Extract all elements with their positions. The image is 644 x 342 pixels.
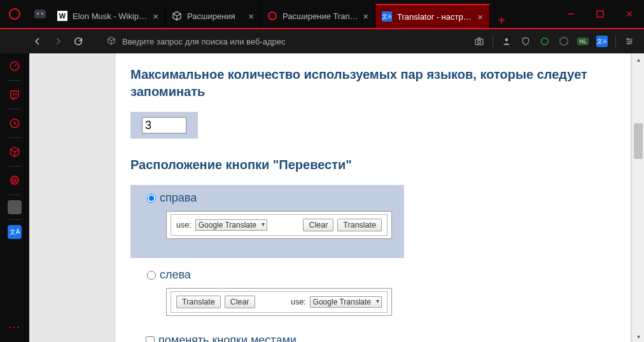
heading-max-pairs: Максимальное количество используемых пар…: [130, 66, 615, 100]
forward-button[interactable]: [50, 33, 66, 50]
close-icon[interactable]: ×: [363, 11, 368, 22]
translate-button[interactable]: Translate: [176, 296, 221, 308]
tab-label: Translator - настройки: [397, 12, 473, 22]
svg-rect-1: [597, 11, 603, 17]
settings-content: Максимальное количество используемых пар…: [115, 53, 631, 342]
window-controls: ×: [556, 0, 644, 28]
use-label: use:: [291, 298, 306, 306]
preview-left: Translate Clear use: Google Translate: [166, 288, 392, 316]
opera-favicon: [267, 11, 277, 21]
svg-point-5: [542, 38, 549, 45]
close-icon[interactable]: ×: [153, 11, 158, 22]
twitch-icon[interactable]: [6, 86, 24, 104]
tab-extensions[interactable]: Расширения ×: [165, 4, 261, 28]
opera-menu-button[interactable]: [0, 0, 29, 28]
translator-favicon: 文A: [382, 11, 392, 22]
swap-buttons-checkbox[interactable]: поменять кнопки местами: [130, 334, 615, 342]
tab-translator-settings[interactable]: 文A Translator - настройки ×: [375, 4, 490, 28]
max-pairs-input[interactable]: [142, 117, 186, 133]
nl-badge[interactable]: NL: [577, 38, 589, 45]
window-titlebar: W Elon Musk - Wikipedia × Расширения × Р…: [0, 0, 644, 28]
clear-button[interactable]: Clear: [303, 219, 333, 231]
close-icon[interactable]: ×: [477, 11, 483, 22]
use-label: use:: [176, 221, 192, 229]
tab-label: Расширения: [187, 11, 244, 21]
tab-label: Расширение Translator: [283, 11, 359, 21]
svg-point-10: [630, 41, 631, 42]
translator-select[interactable]: Google Translate: [310, 296, 382, 308]
sidebar-rail: 文A ⋯: [0, 53, 29, 342]
more-icon[interactable]: ⋯: [8, 319, 22, 342]
maximize-button[interactable]: [585, 0, 615, 28]
close-window-button[interactable]: ×: [615, 0, 644, 28]
wikipedia-favicon: W: [57, 11, 67, 21]
preview-right: use: Google Translate Clear Translate: [166, 211, 392, 239]
back-button[interactable]: [29, 33, 46, 50]
camera-icon[interactable]: [473, 36, 485, 47]
tab-extension-translator[interactable]: Расширение Translator ×: [261, 4, 375, 28]
close-icon[interactable]: ×: [248, 11, 254, 22]
vertical-scrollbar[interactable]: ▴ ▾: [633, 53, 644, 342]
heading-button-position: Расположение кнопки "Перевести": [130, 156, 615, 174]
svg-point-3: [478, 40, 481, 43]
toolbar-right: NL 文A: [473, 36, 639, 47]
cube-icon: [107, 36, 116, 47]
reload-button[interactable]: [70, 33, 87, 50]
radio-right[interactable]: справа: [147, 191, 395, 205]
discord-icon[interactable]: [29, 0, 51, 28]
shield-icon[interactable]: [520, 36, 531, 47]
svg-point-17: [13, 179, 17, 182]
svg-point-11: [628, 43, 629, 44]
radio-left-label: слева: [160, 268, 191, 282]
radio-right-input[interactable]: [147, 194, 156, 203]
svg-point-9: [627, 38, 629, 39]
new-tab-button[interactable]: +: [490, 13, 513, 28]
translate-button[interactable]: Translate: [337, 219, 382, 231]
radio-right-label: справа: [160, 191, 197, 205]
speed-dial-icon[interactable]: [6, 57, 24, 75]
pinned-thumbnail[interactable]: [8, 200, 22, 214]
scroll-down-icon[interactable]: ▾: [634, 332, 643, 341]
address-placeholder: Введите запрос для поиска или веб-адрес: [122, 37, 285, 46]
tab-strip: W Elon Musk - Wikipedia × Расширения × Р…: [51, 0, 556, 28]
page-viewport: Максимальное количество используемых пар…: [29, 53, 644, 342]
address-bar[interactable]: Введите запрос для поиска или веб-адрес: [103, 36, 470, 47]
svg-line-13: [15, 64, 17, 66]
person-icon[interactable]: [501, 36, 512, 47]
easy-setup-icon[interactable]: [624, 36, 635, 47]
swap-buttons-input[interactable]: [146, 336, 155, 343]
radio-left[interactable]: слева: [147, 268, 395, 282]
translator-sidebar-icon[interactable]: 文A: [8, 225, 22, 239]
scroll-up-icon[interactable]: ▴: [634, 55, 643, 64]
max-pairs-field-wrap: [130, 112, 198, 139]
cube-icon: [172, 11, 182, 21]
translator-ext-icon[interactable]: 文A: [596, 36, 608, 47]
option-right-block: справа use: Google Translate Clear Trans…: [130, 185, 404, 258]
extensions-icon[interactable]: [6, 143, 24, 161]
option-left-block: слева Translate Clear use: Google Transl…: [130, 267, 404, 325]
svg-point-4: [505, 38, 508, 41]
circle-icon[interactable]: [539, 36, 550, 47]
scrollbar-thumb[interactable]: [634, 123, 643, 159]
tab-label: Elon Musk - Wikipedia: [73, 11, 149, 21]
radio-left-input[interactable]: [147, 271, 156, 280]
swap-buttons-label: поменять кнопки местами: [158, 334, 297, 342]
translator-select[interactable]: Google Translate: [195, 219, 267, 231]
settings-icon[interactable]: [6, 172, 24, 189]
extension-cube-icon[interactable]: [558, 36, 570, 47]
tab-wikipedia[interactable]: W Elon Musk - Wikipedia ×: [51, 4, 165, 28]
minimize-button[interactable]: [556, 0, 585, 28]
clear-button[interactable]: Clear: [225, 296, 255, 308]
navigation-bar: Введите запрос для поиска или веб-адрес …: [0, 28, 644, 53]
history-icon[interactable]: [6, 114, 24, 132]
